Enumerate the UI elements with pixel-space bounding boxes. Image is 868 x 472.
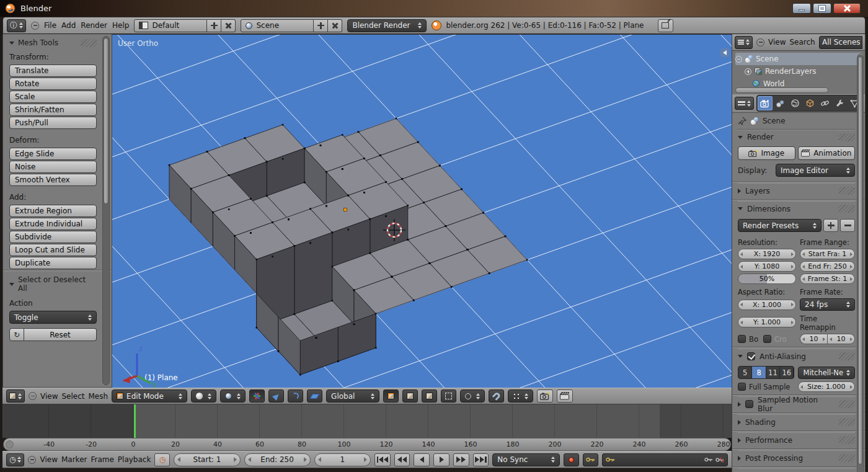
- menu-mesh[interactable]: Mesh: [89, 392, 108, 401]
- tab-modifiers[interactable]: [832, 96, 847, 110]
- shading-dropdown[interactable]: [191, 390, 216, 403]
- collapse-menus-icon[interactable]: [29, 392, 37, 400]
- maximize-button[interactable]: [813, 3, 831, 14]
- mode-dropdown[interactable]: Edit Mode: [112, 390, 187, 403]
- jump-to-end-button[interactable]: [473, 453, 489, 466]
- panel-header-stamp[interactable]: Stamp: [738, 468, 855, 472]
- panel-header-shading[interactable]: Shading: [738, 414, 855, 429]
- panel-header-performance[interactable]: Performance: [738, 432, 855, 447]
- tab-render[interactable]: [758, 96, 773, 110]
- collapse-menus-icon[interactable]: [28, 456, 36, 464]
- timeline-track[interactable]: [2, 404, 732, 438]
- select-panel-header[interactable]: Select or Deselect All: [9, 275, 97, 293]
- tool-button-edge-slide[interactable]: Edge Slide: [9, 148, 97, 160]
- remove-preset-button[interactable]: [840, 219, 855, 232]
- resolution-percentage-slider[interactable]: 50%: [738, 274, 796, 284]
- aspect-x-field[interactable]: X: 1.000: [738, 300, 796, 310]
- properties-scrollbar[interactable]: [857, 55, 864, 472]
- frame-start-field[interactable]: Start: 1: [174, 453, 240, 466]
- tool-button-shrink-fatten[interactable]: Shrink/Fatten: [9, 104, 97, 116]
- menu-view[interactable]: View: [40, 392, 58, 401]
- remap-old-field[interactable]: 10: [800, 334, 827, 344]
- panel-header-post-processing[interactable]: Post Processing: [738, 450, 855, 465]
- sync-dropdown[interactable]: No Sync: [492, 453, 560, 466]
- menu-help[interactable]: Help: [112, 21, 129, 30]
- menu-select[interactable]: Select: [61, 392, 84, 401]
- outliner-item-scene[interactable]: Scene: [735, 53, 861, 65]
- viewport-canvas[interactable]: [112, 35, 732, 388]
- aa-samples-8[interactable]: 8: [752, 367, 766, 378]
- layers-panel-header[interactable]: Layers: [738, 183, 855, 198]
- scrollbar-thumb[interactable]: [858, 56, 862, 465]
- menu-playback[interactable]: Playback: [118, 455, 151, 464]
- toolshelf-scrollbar[interactable]: [102, 36, 110, 385]
- aspect-y-field[interactable]: Y: 1.000: [738, 317, 796, 327]
- editor-type-button[interactable]: [735, 97, 754, 110]
- record-button[interactable]: [564, 453, 579, 466]
- panel-drag-hatch[interactable]: [81, 39, 97, 47]
- add-layout-button[interactable]: [207, 19, 221, 32]
- outliner-scope-dropdown[interactable]: All Scenes: [819, 36, 862, 49]
- jump-to-start-button[interactable]: [374, 453, 391, 466]
- render-image-button[interactable]: Image: [738, 146, 795, 160]
- scene-field[interactable]: Scene: [241, 19, 314, 32]
- tool-button-scale[interactable]: Scale: [9, 91, 97, 103]
- prev-keyframe-button[interactable]: [394, 453, 410, 466]
- outliner-hscrollbar[interactable]: [735, 87, 828, 93]
- close-button[interactable]: [833, 3, 861, 14]
- tab-object[interactable]: [802, 96, 817, 110]
- collapse-menus-icon[interactable]: [31, 22, 39, 30]
- viewport-3d[interactable]: User Ortho (1) Plane zy: [112, 34, 732, 388]
- reset-button[interactable]: ↻ Reset: [9, 328, 97, 341]
- menu-view[interactable]: View: [768, 38, 786, 47]
- menu-file[interactable]: File: [44, 21, 56, 30]
- minimize-button[interactable]: [792, 3, 811, 14]
- delete-key-icon[interactable]: [715, 457, 724, 463]
- render-opengl-anim-button[interactable]: [557, 390, 573, 403]
- mesh-tools-panel-header[interactable]: Mesh Tools: [9, 38, 97, 47]
- expand-region-icon[interactable]: [720, 48, 729, 57]
- current-frame-field[interactable]: 1: [314, 453, 371, 466]
- timeline-ruler[interactable]: -40-200204060801001201401601802002202402…: [3, 438, 731, 451]
- screen-layout-field[interactable]: Default: [134, 19, 207, 32]
- edge-select-button[interactable]: [402, 390, 418, 403]
- menu-search[interactable]: Search: [789, 38, 815, 47]
- collapse-menus-icon[interactable]: [756, 38, 764, 47]
- use-preview-range-button[interactable]: ◷: [154, 453, 170, 466]
- antialiasing-checkbox[interactable]: [747, 352, 755, 360]
- render-presets-dropdown[interactable]: Render Presets: [738, 219, 822, 232]
- panel-drag-hatch[interactable]: [839, 418, 855, 426]
- tool-button-push-pull[interactable]: Push/Pull: [9, 117, 97, 129]
- orientation-dropdown[interactable]: Global: [326, 390, 379, 403]
- display-dropdown[interactable]: Image Editor: [776, 164, 855, 177]
- outliner-item-renderlayers[interactable]: RenderLayers: [735, 65, 855, 78]
- fps-dropdown[interactable]: 24 fps: [800, 298, 855, 311]
- tool-button-extrude-region[interactable]: Extrude Region: [9, 205, 97, 217]
- full-sample-checkbox[interactable]: [738, 383, 746, 391]
- manipulator-scale-button[interactable]: [307, 390, 322, 403]
- pivot-dropdown[interactable]: [220, 390, 246, 403]
- editor-type-button[interactable]: [735, 36, 753, 49]
- render-opengl-button[interactable]: [537, 390, 553, 403]
- editor-type-button[interactable]: ◷: [6, 453, 24, 466]
- snap-element-dropdown[interactable]: [508, 390, 533, 403]
- duplicate-window-button[interactable]: [658, 19, 673, 32]
- tool-button-loop-cut-and-slide[interactable]: Loop Cut and Slide: [9, 244, 97, 256]
- editor-type-button[interactable]: ⓘ: [7, 19, 26, 32]
- tab-scene[interactable]: [773, 96, 787, 110]
- tool-button-translate[interactable]: Translate: [9, 65, 97, 77]
- aa-samples-16[interactable]: 16: [780, 367, 794, 378]
- play-reverse-button[interactable]: [414, 453, 430, 466]
- antialiasing-panel-header[interactable]: Anti-Aliasing: [738, 349, 855, 363]
- face-select-button[interactable]: [422, 390, 437, 403]
- insert-key-icon[interactable]: [704, 457, 713, 462]
- current-frame-playhead[interactable]: [134, 404, 136, 438]
- editor-type-button[interactable]: [6, 390, 25, 403]
- panel-drag-hatch[interactable]: [839, 436, 855, 444]
- render-animation-button[interactable]: Animation: [798, 146, 856, 160]
- menu-marker[interactable]: Marker: [61, 455, 87, 464]
- frame-end-field[interactable]: End Fr: 250: [800, 261, 855, 272]
- render-panel-header[interactable]: Render: [738, 130, 855, 145]
- aa-filter-dropdown[interactable]: Mitchell-Ne: [798, 367, 855, 379]
- panel-drag-hatch[interactable]: [839, 400, 855, 408]
